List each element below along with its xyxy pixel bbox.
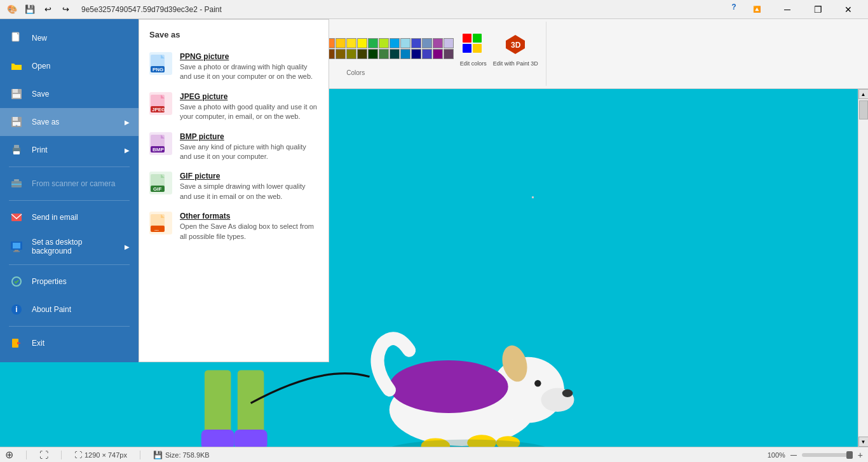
palette-color[interactable] [411, 49, 421, 59]
about-icon: i [9, 302, 24, 317]
undo-btn[interactable]: ↩ [41, 3, 55, 17]
png-desc: Save a photo or drawing with high qualit… [180, 62, 318, 82]
exit-icon [9, 336, 24, 351]
svg-text:3D: 3D [511, 41, 521, 50]
palette-color[interactable] [422, 38, 432, 48]
edit-paint3d-label: Edit with Paint 3D [493, 60, 538, 67]
svg-text:+: + [15, 123, 18, 127]
svg-rect-41 [13, 251, 20, 252]
saveas-item-gif[interactable]: GIF GIF picture Save a simple drawing wi… [139, 166, 329, 207]
properties-label: Properties [32, 277, 67, 286]
zoom-slider-thumb[interactable] [846, 451, 853, 459]
zoom-out-btn[interactable]: ─ [790, 450, 797, 460]
status-crop-icon[interactable]: ⛶ [39, 450, 48, 460]
menu-item-new[interactable]: New [0, 24, 139, 52]
other-desc: Open the Save As dialog box to select fr… [180, 222, 318, 241]
palette-color[interactable] [346, 49, 356, 59]
status-sep-2 [61, 451, 62, 459]
minimize-btn[interactable]: ─ [773, 0, 802, 19]
zoom-slider[interactable] [802, 453, 853, 457]
save-icon [9, 86, 24, 102]
png-text: PPNG picture Save a photo or drawing wit… [180, 52, 318, 82]
palette-color[interactable] [390, 49, 400, 59]
desktop-arrow: ▶ [125, 243, 130, 250]
menu-item-print[interactable]: Print ▶ [0, 136, 139, 164]
scroll-track[interactable] [858, 99, 868, 437]
menu-item-send[interactable]: Send in email [0, 203, 139, 231]
menu-item-saveas[interactable]: + Save as ▶ [0, 108, 139, 136]
palette-color[interactable] [336, 38, 346, 48]
saveas-panel: Save as PNG PNG PPNG picture Save a phot… [139, 19, 329, 362]
status-add[interactable]: ⊕ [5, 449, 13, 461]
menu-item-open[interactable]: Open [0, 52, 139, 80]
svg-point-16 [534, 380, 541, 386]
saveas-item-jpeg[interactable]: JPEG JPEG picture Save a photo with good… [139, 87, 329, 127]
svg-text:i: i [15, 305, 17, 314]
saveas-item-bmp[interactable]: BMP BMP picture Save any kind of picture… [139, 127, 329, 167]
palette-color[interactable] [368, 38, 378, 48]
menu-item-desktop[interactable]: Set as desktop background ▶ [0, 231, 139, 262]
close-btn[interactable]: ✕ [834, 0, 863, 19]
palette-color[interactable] [379, 38, 389, 48]
other-name: Other formats [180, 212, 318, 221]
save-quick-btn[interactable]: 💾 [23, 3, 37, 17]
svg-rect-10 [234, 430, 268, 447]
svg-text:BMP: BMP [153, 147, 164, 153]
open-icon [9, 58, 24, 74]
desktop-icon [9, 239, 24, 254]
edit-colors-icon[interactable] [460, 31, 487, 58]
file-menu-left: New Open Save [0, 19, 139, 362]
menu-sep-3 [9, 264, 130, 265]
menu-item-about[interactable]: i About Paint [0, 296, 139, 323]
titlebar-left: 🎨 💾 ↩ ↪ 9e5e3257490547.59d79d39ec3e2 - P… [5, 3, 222, 17]
menu-item-exit[interactable]: Exit [0, 329, 139, 357]
window-title: 9e5e3257490547.59d79d39ec3e2 - Paint [81, 5, 222, 14]
menu-item-save[interactable]: Save [0, 80, 139, 108]
palette-color[interactable] [433, 38, 443, 48]
titlebar: 🎨 💾 ↩ ↪ 9e5e3257490547.59d79d39ec3e2 - P… [0, 0, 868, 19]
palette-color[interactable] [444, 38, 454, 48]
palette-color[interactable] [390, 38, 400, 48]
saveas-item-other[interactable]: ... Other formats Open the Save As dialo… [139, 207, 329, 247]
filesize-item: 💾 Size: 758.9KB [153, 451, 210, 459]
scroll-down-btn[interactable]: ▼ [858, 437, 869, 447]
help-icon[interactable]: ? [727, 0, 741, 14]
redo-btn[interactable]: ↪ [58, 3, 72, 17]
palette-color[interactable] [422, 49, 432, 59]
saveas-label: Save as [32, 118, 59, 126]
zoom-in-btn[interactable]: + [858, 450, 863, 460]
menu-item-properties[interactable]: Properties [0, 268, 139, 296]
palette-color[interactable] [400, 49, 410, 59]
new-icon [9, 31, 24, 46]
statusbar: ⊕ ⛶ ⛶ 1290 × 747px 💾 Size: 758.9KB 100% … [0, 447, 868, 462]
paint-app-icon[interactable]: 🎨 [5, 3, 19, 17]
palette-color[interactable] [433, 49, 443, 59]
svg-rect-2 [463, 44, 471, 53]
gif-name: GIF picture [180, 172, 318, 180]
saveas-panel-title: Save as [139, 25, 329, 47]
dimensions-item: ⛶ 1290 × 747px [74, 451, 127, 459]
restore-btn[interactable]: ❐ [803, 0, 832, 19]
edit-paint3d-icon[interactable]: 3D [502, 31, 529, 58]
palette-color[interactable] [336, 49, 346, 59]
palette-color[interactable] [379, 49, 389, 59]
dimensions-icon: ⛶ [74, 451, 82, 459]
open-label: Open [32, 62, 50, 71]
palette-color[interactable] [357, 49, 367, 59]
palette-color[interactable] [444, 49, 454, 59]
collapse-btn[interactable]: 🔼 [742, 0, 771, 19]
saveas-item-png[interactable]: PNG PNG PPNG picture Save a photo or dra… [139, 47, 329, 87]
palette-color[interactable] [357, 38, 367, 48]
properties-icon [9, 274, 24, 289]
other-text: Other formats Open the Save As dialog bo… [180, 212, 318, 241]
palette-color[interactable] [368, 49, 378, 59]
scanner-icon [9, 176, 24, 191]
palette-color[interactable] [346, 38, 356, 48]
scrollbar-vertical[interactable]: ▲ ▼ [858, 89, 868, 447]
palette-color[interactable] [411, 38, 421, 48]
menu-sep-2 [9, 200, 130, 201]
scroll-up-btn[interactable]: ▲ [858, 89, 869, 99]
scroll-thumb[interactable] [859, 100, 868, 119]
edit-colors-group: Edit colors [460, 31, 487, 67]
palette-color[interactable] [400, 38, 410, 48]
